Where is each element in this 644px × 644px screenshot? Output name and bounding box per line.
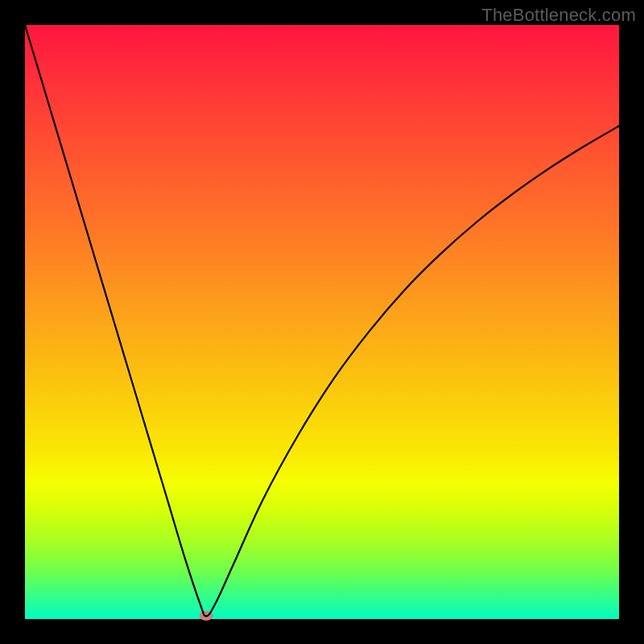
chart-frame: TheBottleneck.com [0,0,644,644]
plot-area [25,25,619,619]
curve-svg [25,25,619,619]
watermark-text: TheBottleneck.com [481,5,636,26]
bottleneck-curve [25,25,619,616]
